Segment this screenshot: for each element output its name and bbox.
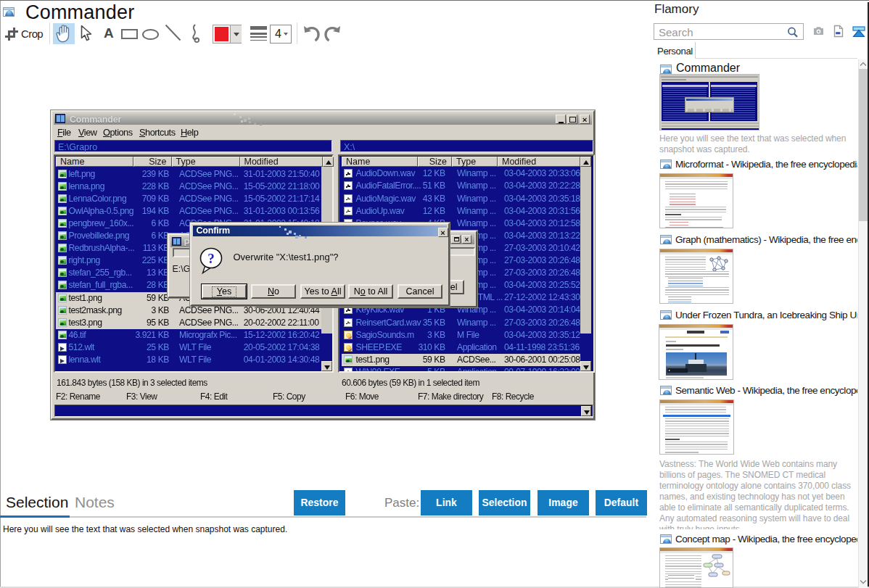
svg-text:?: ? [207, 251, 215, 266]
